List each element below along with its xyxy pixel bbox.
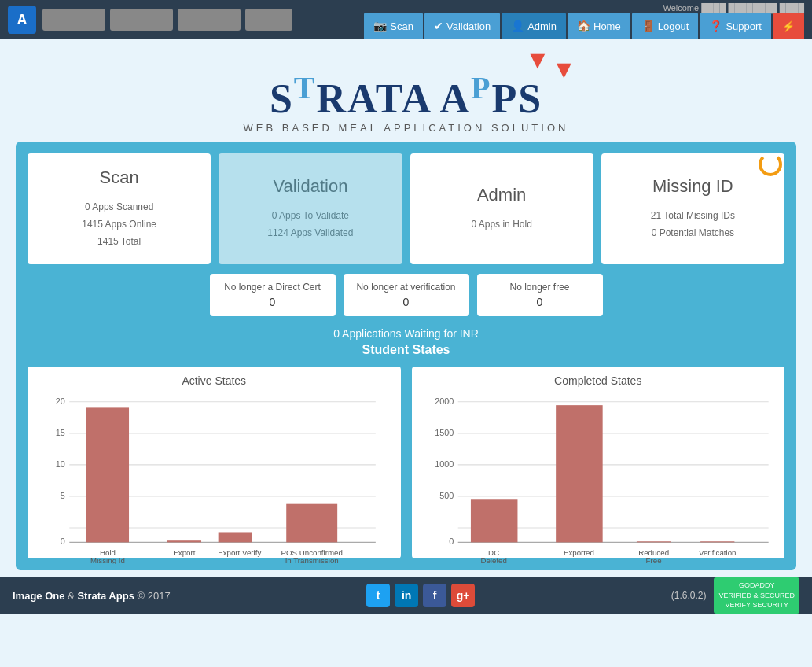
svg-text:Free: Free: [645, 557, 661, 564]
svg-rect-34: [636, 541, 670, 542]
support-nav-button[interactable]: ❓ Support: [700, 13, 771, 39]
notif-free-title: No longer free: [490, 282, 590, 293]
missing-id-stat-card[interactable]: Missing ID 21 Total Missing IDs0 Potenti…: [601, 153, 784, 264]
completed-states-chart: Completed States 2000 1500 1000: [412, 367, 785, 558]
logout-icon: 🚪: [641, 20, 655, 32]
student-states-title: Student States: [28, 343, 784, 357]
arrow-admin: ▼: [525, 46, 550, 75]
validation-icon: ✔: [434, 20, 443, 32]
scan-card-title: Scan: [100, 168, 139, 188]
logo-title: STRATA APPS: [0, 69, 812, 122]
footer-left: Image One & Strata Apps © 2017: [13, 590, 171, 602]
svg-rect-11: [86, 408, 129, 543]
notif-cards-row: No longer a Direct Cert 0 No longer at v…: [28, 274, 784, 316]
missing-id-card-value: 21 Total Missing IDs0 Potential Matches: [651, 208, 735, 241]
app-logo-icon: A: [8, 6, 36, 34]
notif-free: No longer free 0: [477, 274, 603, 316]
support-icon: ❓: [709, 20, 722, 32]
arrow-validation: ▼: [552, 55, 577, 84]
svg-rect-35: [700, 541, 734, 542]
footer-copyright: © 2017: [138, 590, 171, 602]
svg-text:In Transmission: In Transmission: [285, 557, 339, 564]
svg-text:500: 500: [439, 491, 454, 500]
home-nav-button[interactable]: 🏠 Home: [568, 13, 630, 39]
svg-text:Export: Export: [173, 548, 195, 557]
welcome-text: Welcome ████ ████████ ████: [663, 3, 804, 13]
svg-text:15: 15: [56, 428, 65, 437]
extra-nav-button[interactable]: ⚡: [773, 13, 804, 39]
svg-rect-13: [219, 533, 252, 543]
completed-states-title: Completed States: [420, 374, 777, 387]
notif-verification-title: No longer at verification: [356, 282, 457, 293]
scan-nav-button[interactable]: 📷 Scan: [364, 13, 423, 39]
notif-verification-value: 0: [356, 296, 457, 308]
notif-direct-cert: No longer a Direct Cert 0: [210, 274, 336, 316]
active-states-chart: Active States 20 15 10 5: [28, 367, 401, 558]
twitter-icon[interactable]: t: [366, 584, 390, 607]
missing-id-card-title: Missing ID: [652, 176, 733, 197]
svg-text:Verification: Verification: [698, 548, 736, 557]
godaddy-badge: GODADDYVERIFIED & SECUREDVERIFY SECURITY: [714, 577, 799, 614]
home-icon: 🏠: [577, 20, 590, 32]
svg-text:Reduced: Reduced: [638, 548, 669, 557]
scan-card-value: 0 Apps Scanned1415 Apps Online1415 Total: [82, 199, 156, 250]
svg-text:2000: 2000: [435, 396, 454, 406]
svg-rect-12: [167, 540, 201, 542]
notif-direct-cert-value: 0: [222, 296, 323, 308]
validation-stat-card[interactable]: Validation 0 Apps To Validate1124 Apps V…: [219, 153, 402, 264]
svg-text:Missing Id: Missing Id: [90, 557, 125, 564]
logo-area: ▼ STRATA APPS Web Based Meal Application…: [0, 39, 812, 142]
logo-subtitle: Web Based Meal Application Solution: [0, 122, 812, 134]
footer: Image One & Strata Apps © 2017 t in f g+…: [0, 577, 812, 614]
completed-states-chart-area: 2000 1500 1000 500 0 DC: [420, 393, 777, 551]
refresh-icon[interactable]: [759, 153, 782, 179]
charts-row: Active States 20 15 10 5: [28, 367, 784, 558]
main-content: Scan 0 Apps Scanned1415 Apps Online1415 …: [16, 142, 796, 570]
top-bar-left: A: [8, 6, 292, 34]
logout-nav-button[interactable]: 🚪 Logout: [632, 13, 699, 39]
admin-card-value: 0 Apps in Hold: [471, 216, 531, 234]
footer-image-one: Image One: [13, 590, 64, 602]
svg-text:20: 20: [56, 396, 65, 406]
stat-cards-row: Scan 0 Apps Scanned1415 Apps Online1415 …: [28, 153, 784, 264]
validation-card-title: Validation: [273, 176, 347, 197]
svg-text:0: 0: [61, 536, 65, 546]
footer-right: (1.6.0.2) GODADDYVERIFIED & SECUREDVERIF…: [671, 577, 799, 614]
completed-states-svg: 2000 1500 1000 500 0 DC: [420, 393, 777, 563]
inr-text: 0 Applications Waiting for INR: [28, 327, 784, 340]
footer-brand: Strata Apps: [77, 590, 134, 602]
notif-free-value: 0: [490, 296, 590, 308]
admin-stat-card[interactable]: Admin 0 Apps in Hold: [410, 153, 593, 264]
svg-text:Exported: Exported: [563, 548, 593, 557]
notif-verification: No longer at verification 0: [344, 274, 469, 316]
notif-direct-cert-title: No longer a Direct Cert: [222, 282, 323, 293]
google-plus-icon[interactable]: g+: [451, 584, 475, 607]
scan-icon: 📷: [373, 20, 387, 32]
svg-text:1000: 1000: [435, 459, 454, 469]
svg-rect-14: [286, 504, 337, 543]
top-bar: A Welcome ████ ████████ ████ 📷 Scan ✔ Va…: [0, 0, 812, 39]
breadcrumb-links: [42, 9, 292, 31]
active-states-svg: 20 15 10 5 0: [35, 393, 393, 563]
svg-text:Export Verify: Export Verify: [218, 548, 261, 557]
admin-icon: 👤: [511, 20, 524, 32]
svg-rect-33: [556, 405, 603, 542]
svg-text:POS Unconfirmed: POS Unconfirmed: [281, 548, 343, 557]
svg-text:1500: 1500: [435, 428, 454, 437]
admin-card-title: Admin: [477, 185, 526, 205]
svg-text:Deleted: Deleted: [480, 557, 507, 564]
svg-text:5: 5: [61, 491, 65, 500]
linkedin-icon[interactable]: in: [395, 584, 418, 607]
nav-menu: 📷 Scan ✔ Validation 👤 Admin 🏠 Home 🚪 Log…: [364, 13, 804, 39]
scan-stat-card[interactable]: Scan 0 Apps Scanned1415 Apps Online1415 …: [28, 153, 211, 264]
validation-card-value: 0 Apps To Validate1124 Apps Validated: [267, 208, 353, 241]
svg-text:DC: DC: [488, 548, 499, 557]
svg-text:Hold: Hold: [100, 548, 116, 557]
active-states-chart-area: 20 15 10 5 0: [35, 393, 393, 551]
admin-nav-button[interactable]: 👤 Admin: [502, 13, 566, 39]
validation-nav-button[interactable]: ✔ Validation: [424, 13, 500, 39]
active-states-title: Active States: [35, 374, 393, 387]
svg-text:0: 0: [449, 536, 454, 546]
facebook-icon[interactable]: f: [423, 584, 446, 607]
svg-text:10: 10: [56, 459, 65, 469]
